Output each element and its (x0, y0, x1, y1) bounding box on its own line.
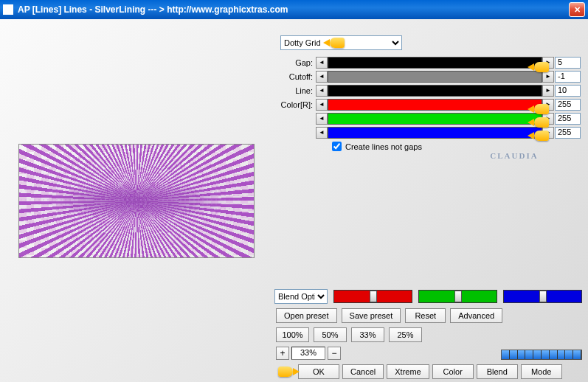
watermark: CLAUDIA (485, 141, 544, 170)
progress-bar (501, 350, 582, 360)
titlebar: AP [Lines] Lines - SilverLining --- > ht… (0, 0, 588, 19)
blend-options-dropdown[interactable]: Blend Options (274, 289, 328, 304)
pointer-icon (274, 364, 298, 379)
line-dec[interactable]: ◄ (316, 85, 328, 97)
colorG-inc[interactable]: ► (542, 113, 554, 125)
main-area: Dotty Grid Gap: ◄ ► 5 Cutoff: ◄ ► -1 Lin… (0, 19, 588, 382)
gap-inc[interactable]: ► (542, 57, 554, 69)
bottom-controls: Blend Options Open preset Save preset Re… (273, 289, 582, 382)
line-slider-row: Line: ◄ ► 10 (279, 84, 581, 97)
colorR-track[interactable] (328, 99, 542, 111)
colorG-value[interactable]: 255 (555, 113, 581, 125)
cutoff-label: Cutoff: (279, 72, 316, 81)
zoom-value[interactable]: 33% (291, 347, 325, 360)
preset-dropdown[interactable]: Dotty Grid (280, 35, 402, 50)
colorB-value[interactable]: 255 (555, 127, 581, 139)
colorB-inc[interactable]: ► (542, 127, 554, 139)
xtreme-button[interactable]: Xtreme (387, 364, 429, 379)
reset-button[interactable]: Reset (405, 308, 446, 323)
controls-panel: Dotty Grid Gap: ◄ ► 5 Cutoff: ◄ ► -1 Lin… (273, 19, 588, 382)
cutoff-dec[interactable]: ◄ (316, 71, 328, 83)
create-lines-label: Create lines not gaps (345, 142, 422, 151)
blend-sliders-row: Blend Options (274, 289, 582, 304)
blend-green-slider[interactable] (418, 290, 497, 303)
colorR-slider-row: Color[R]: ◄ ► 255 (279, 98, 581, 111)
color-button[interactable]: Color (432, 364, 474, 379)
close-button[interactable]: ✕ (569, 2, 585, 17)
gap-slider-row: Gap: ◄ ► 5 (279, 56, 581, 69)
action-buttons-row: OK Cancel Xtreme Color Blend Mode (298, 364, 582, 379)
gap-value[interactable]: 5 (555, 57, 581, 69)
colorB-slider-row: ◄ ► 255 (279, 126, 581, 139)
cutoff-slider-row: Cutoff: ◄ ► -1 (279, 70, 581, 83)
zoom-50-button[interactable]: 50% (314, 327, 347, 342)
preview-image (18, 144, 255, 258)
gap-dec[interactable]: ◄ (316, 57, 328, 69)
colorB-dec[interactable]: ◄ (316, 127, 328, 139)
colorR-label: Color[R]: (279, 100, 316, 109)
colorR-dec[interactable]: ◄ (316, 99, 328, 111)
zoom-preset-row: 100% 50% 33% 25% (276, 327, 582, 342)
ok-button[interactable]: OK (298, 364, 339, 379)
preset-row: Dotty Grid (280, 35, 581, 50)
zoom-33-button[interactable]: 33% (351, 327, 384, 342)
zoom-minus-button[interactable]: − (328, 347, 341, 360)
app-icon (3, 4, 13, 15)
cutoff-track[interactable] (328, 71, 542, 83)
open-preset-button[interactable]: Open preset (276, 308, 337, 323)
colorR-inc[interactable]: ► (542, 99, 554, 111)
line-label: Line: (279, 86, 316, 95)
line-value[interactable]: 10 (555, 85, 581, 97)
advanced-button[interactable]: Advanced (450, 308, 502, 323)
line-track[interactable] (328, 85, 542, 97)
gap-label: Gap: (279, 58, 316, 67)
colorB-track[interactable] (328, 127, 542, 139)
colorG-slider-row: ◄ ► 255 (279, 112, 581, 125)
window-title: AP [Lines] Lines - SilverLining --- > ht… (18, 4, 569, 15)
colorG-track[interactable] (328, 113, 542, 125)
zoom-100-button[interactable]: 100% (276, 327, 309, 342)
mode-button[interactable]: Mode (521, 364, 562, 379)
blend-blue-slider[interactable] (503, 290, 582, 303)
save-preset-button[interactable]: Save preset (342, 308, 401, 323)
create-lines-checkbox[interactable] (332, 142, 342, 151)
cutoff-value[interactable]: -1 (555, 71, 581, 83)
blend-button[interactable]: Blend (477, 364, 518, 379)
blend-red-slider[interactable] (333, 290, 412, 303)
preview-panel (0, 19, 273, 382)
gap-track[interactable] (328, 57, 542, 69)
zoom-25-button[interactable]: 25% (389, 327, 422, 342)
colorR-value[interactable]: 255 (555, 99, 581, 111)
colorG-dec[interactable]: ◄ (316, 113, 328, 125)
zoom-plus-button[interactable]: + (276, 347, 289, 360)
preset-buttons-row: Open preset Save preset Reset Advanced (276, 308, 582, 323)
cancel-button[interactable]: Cancel (342, 364, 384, 379)
line-inc[interactable]: ► (542, 85, 554, 97)
cutoff-inc[interactable]: ► (542, 71, 554, 83)
